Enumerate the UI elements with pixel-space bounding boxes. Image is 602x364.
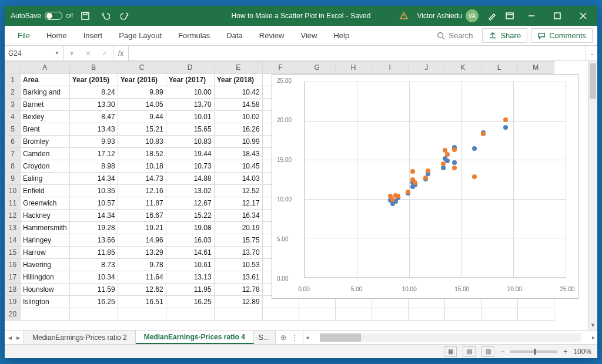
row-header-5[interactable]: 5 [5,123,21,136]
cell-value[interactable]: 11.64 [118,271,166,284]
cell-value[interactable]: 15.21 [118,123,166,136]
col-header-H[interactable]: H [335,62,372,74]
cell-value[interactable]: 13.43 [69,123,118,136]
cell-value[interactable]: 19.21 [118,222,166,234]
cell-value[interactable]: 8.73 [69,259,118,271]
col-header-F[interactable]: F [262,62,299,74]
cell-value[interactable]: 14.05 [118,99,166,111]
page-layout-view-icon[interactable]: ▤ [463,346,476,357]
col-header-D[interactable]: D [166,62,214,74]
cell-value[interactable]: 10.99 [214,136,262,148]
scatter-chart[interactable]: 0.005.0010.0015.0020.0025.000.005.0010.0… [272,74,578,299]
cell-area[interactable]: Enfield [21,185,70,197]
cell[interactable] [214,308,262,321]
cell-value[interactable]: 10.61 [166,259,214,271]
header-cell[interactable]: Year (2017) [166,74,214,86]
row-header-3[interactable]: 3 [5,99,21,111]
cell-area[interactable]: Hammersmith [21,222,70,234]
comments-button[interactable]: Comments [531,28,593,43]
formula-input[interactable] [129,46,586,60]
row-header-4[interactable]: 4 [5,111,21,123]
new-sheet-icon[interactable]: ⊕ [280,333,286,342]
cell[interactable] [166,308,214,321]
cell-value[interactable]: 12.89 [214,296,262,308]
draw-icon[interactable] [484,8,500,23]
cell-value[interactable]: 10.18 [118,160,166,173]
ribbon-display-icon[interactable] [502,8,517,23]
cell-value[interactable]: 17.12 [69,148,118,160]
cell-value[interactable]: 11.87 [118,197,166,210]
user-account[interactable]: Victor Ashiedu VA [414,9,483,22]
row-header-19[interactable]: 19 [5,296,21,308]
row-header-10[interactable]: 10 [5,185,21,197]
header-cell[interactable]: Area [21,74,70,86]
cell[interactable] [262,308,299,321]
cell-value[interactable]: 19.28 [69,222,118,234]
name-box[interactable]: G24 ▼ [5,46,63,60]
cell-value[interactable]: 13.13 [166,271,214,284]
row-header-1[interactable]: 1 [5,74,21,86]
ribbon-tab-page-layout[interactable]: Page Layout [111,26,170,45]
ribbon-tab-help[interactable]: Help [325,26,357,45]
cell-value[interactable]: 14.34 [69,210,118,222]
search-box[interactable]: Search [431,31,479,40]
row-header-15[interactable]: 15 [5,247,21,259]
cell-area[interactable]: Greenwich [21,197,70,210]
normal-view-icon[interactable]: ▦ [444,346,457,357]
cell-area[interactable]: Hillingdon [21,271,70,284]
cell-value[interactable]: 10.35 [69,185,118,197]
row-header-7[interactable]: 7 [5,148,21,160]
cell-value[interactable]: 20.19 [214,222,262,234]
fx-icon[interactable]: fx [113,46,129,60]
cell-value[interactable]: 10.73 [166,160,214,173]
row-header-8[interactable]: 8 [5,160,21,173]
scrollbar-thumb[interactable] [590,63,596,99]
tab-nav[interactable]: ◂▸ [5,331,24,344]
cell-value[interactable]: 12.67 [166,197,214,210]
zoom-in-icon[interactable]: + [563,348,567,356]
cell-value[interactable]: 18.43 [214,148,262,160]
zoom-out-icon[interactable]: − [500,348,504,356]
row-header-2[interactable]: 2 [5,86,21,99]
row-header-11[interactable]: 11 [5,197,21,210]
row-header-20[interactable]: 20 [5,308,21,321]
cell-area[interactable]: Havering [21,259,70,271]
cell[interactable] [118,308,166,321]
cell-area[interactable]: Harrow [21,247,70,259]
autosave-toggle[interactable]: AutoSave Off [11,12,73,20]
row-header-16[interactable]: 16 [5,259,21,271]
undo-icon[interactable] [98,8,113,23]
scroll-right-icon[interactable]: ▸ [589,334,597,341]
cell-value[interactable]: 10.45 [214,160,262,173]
row-header-9[interactable]: 9 [5,173,21,185]
cell-value[interactable]: 12.52 [214,185,262,197]
cell-value[interactable]: 13.61 [214,271,262,284]
cell-value[interactable]: 13.66 [69,234,118,247]
cell-value[interactable]: 11.59 [69,284,118,296]
cell-value[interactable]: 11.95 [166,284,214,296]
sheet-tab-active[interactable]: MedianEarnings-Prices ratio 4 [136,331,254,344]
cell[interactable] [481,308,517,321]
ribbon-tab-view[interactable]: View [292,26,325,45]
cell-area[interactable]: Croydon [21,160,70,173]
cell-value[interactable]: 13.02 [166,185,214,197]
row-header-17[interactable]: 17 [5,271,21,284]
hscroll-thumb[interactable] [320,333,361,342]
ribbon-tab-file[interactable]: File [9,26,38,45]
cell[interactable] [21,308,70,321]
cell-value[interactable]: 9.93 [69,136,118,148]
ribbon-tab-home[interactable]: Home [38,26,75,45]
row-header-12[interactable]: 12 [5,210,21,222]
col-header-L[interactable]: L [481,62,517,74]
zoom-slider[interactable] [510,350,557,353]
ribbon-tab-data[interactable]: Data [218,26,250,45]
cell-value[interactable]: 13.29 [118,247,166,259]
cell-area[interactable]: Hounslow [21,284,70,296]
cell-area[interactable]: Barking and [21,86,70,99]
confirm-icon[interactable]: ✓ [96,49,113,58]
dropdown-icon[interactable]: ▾ [63,49,80,58]
cell-value[interactable]: 13.30 [69,99,118,111]
page-break-view-icon[interactable]: ▥ [481,346,494,357]
cell-value[interactable]: 12.78 [214,284,262,296]
cell[interactable] [517,308,554,321]
